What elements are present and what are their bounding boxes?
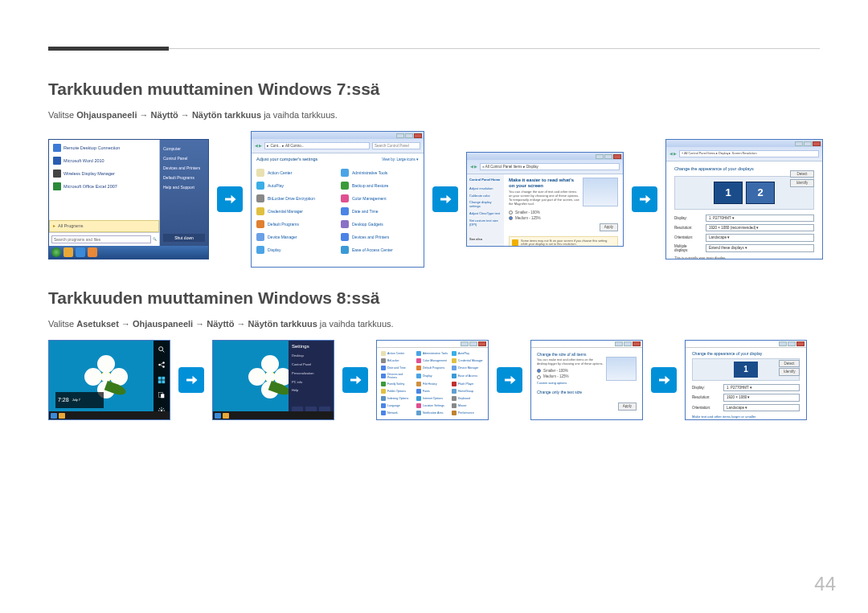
cpanel-item[interactable]: Date and Time — [381, 365, 413, 371]
display-select[interactable]: 1. P2770HMT ▾ — [706, 215, 814, 222]
cpanel-item[interactable]: Device Manager — [452, 365, 484, 371]
close-icon[interactable] — [478, 341, 486, 346]
cpanel-item[interactable]: Indexing Options — [381, 395, 413, 402]
cpanel-item[interactable]: BitLocker — [381, 358, 413, 364]
cpanel-item[interactable]: AutoPlay — [452, 350, 484, 357]
settings-item[interactable]: Personalization — [292, 370, 330, 378]
resolution-select[interactable]: 1920 × 1080 (recommended) ▾ — [706, 224, 814, 231]
detect-button[interactable]: Detect — [790, 170, 814, 178]
start-menu-right-item[interactable]: Control Panel — [163, 153, 205, 163]
size-option[interactable]: Medium - 125% — [537, 374, 604, 379]
cpanel-item[interactable]: Device Manager — [256, 231, 334, 243]
size-option[interactable]: Medium - 125% — [509, 215, 618, 221]
cpanel-item[interactable]: Devices and Printers — [381, 372, 413, 380]
close-icon[interactable] — [796, 341, 805, 346]
resolution-select[interactable]: 1920 × 1080 ▾ — [723, 394, 800, 401]
identify-button[interactable]: Identify — [790, 179, 814, 186]
cpanel-item[interactable]: Notification Area — [416, 410, 448, 416]
cpanel-item[interactable]: Backup and Restore — [341, 180, 419, 191]
address-bar[interactable]: « All Control Panel Items ▸ Display ▸ Sc… — [679, 150, 819, 157]
cpanel-item[interactable]: Performance — [452, 410, 484, 416]
start-search-input[interactable] — [51, 235, 151, 243]
view-by-dropdown[interactable]: View by: Large icons ▾ — [382, 157, 419, 161]
res-link[interactable]: Make text and other items larger or smal… — [692, 414, 800, 419]
custom-sizing-link[interactable]: Custom sizing options — [537, 382, 637, 386]
cpanel-item[interactable]: Flash Player — [452, 381, 484, 387]
close-icon[interactable] — [633, 341, 641, 346]
cpanel-item[interactable]: Administrative Tools — [341, 167, 419, 178]
close-icon[interactable] — [813, 141, 821, 146]
taskbar-explorer-icon[interactable] — [59, 413, 65, 419]
settings-item[interactable]: Control Panel — [292, 361, 330, 370]
side-link[interactable]: Adjust resolution — [469, 186, 502, 193]
cpanel-item[interactable]: Mouse — [452, 403, 484, 409]
taskbar-ie-icon[interactable] — [215, 413, 221, 419]
cpanel-item[interactable]: Ease of Access — [452, 372, 484, 380]
cpanel-item[interactable]: Fonts — [416, 388, 448, 394]
taskbar-ie-icon[interactable] — [51, 413, 57, 419]
cpanel-item[interactable]: BitLocker Drive Encryption — [256, 193, 334, 204]
cpanel-item[interactable]: Action Center — [256, 167, 334, 178]
cpanel-item[interactable]: Default Programs — [416, 365, 448, 371]
taskbar-explorer-icon[interactable] — [223, 413, 229, 419]
monitor-1[interactable]: 1 — [734, 362, 758, 378]
devices-icon[interactable] — [158, 391, 166, 399]
start-menu-item[interactable]: Microsoft Word 2010 — [51, 154, 157, 167]
size-option[interactable]: Smaller - 100% — [537, 368, 604, 374]
cpanel-item[interactable]: Language — [381, 403, 413, 409]
side-link[interactable]: Personalization — [469, 245, 502, 247]
cpanel-item[interactable]: Action Center — [381, 350, 413, 357]
monitor-2[interactable]: 2 — [746, 182, 775, 204]
address-bar[interactable]: « All Control Panel Items ▸ Display — [480, 163, 620, 170]
start-menu-right-item[interactable]: Default Programs — [163, 173, 205, 182]
cpanel-item[interactable]: Credential Manager — [452, 358, 484, 364]
close-icon[interactable] — [613, 154, 621, 159]
display-select[interactable]: 1. P2770HMT ▾ — [723, 384, 800, 391]
taskbar-ie-icon[interactable] — [76, 247, 85, 257]
cpanel-item[interactable]: HomeGroup — [452, 388, 484, 394]
start-menu-right-item[interactable]: Help and Support — [163, 182, 205, 192]
side-link[interactable]: Set custom text size (DPI) — [469, 218, 502, 229]
settings-item[interactable]: Desktop — [292, 352, 330, 361]
cpanel-item[interactable]: Color Management — [416, 358, 448, 364]
cpanel-item[interactable]: Date and Time — [341, 206, 419, 217]
start-all-programs[interactable]: ▸ All Programs — [49, 220, 159, 232]
orientation-select[interactable]: Landscape ▾ — [706, 234, 814, 241]
detect-button[interactable]: Detect — [779, 360, 800, 367]
cpanel-item[interactable]: Color Management — [341, 193, 419, 204]
cpanel-item[interactable]: Display — [256, 244, 334, 255]
close-icon[interactable] — [414, 133, 422, 138]
settings-item[interactable]: Help — [292, 386, 330, 395]
start-menu-right-item[interactable]: Computer — [163, 144, 205, 153]
start-icon[interactable] — [158, 376, 166, 384]
search-box[interactable]: Search Control Panel — [372, 142, 420, 149]
size-option[interactable]: Smaller - 100% — [509, 210, 618, 215]
cpanel-item[interactable]: Display — [416, 372, 448, 380]
share-icon[interactable] — [158, 361, 166, 369]
cpanel-item[interactable]: Credential Manager — [256, 206, 334, 217]
res-link[interactable]: What display settings should I choose? — [692, 419, 800, 420]
start-orb-icon[interactable] — [51, 247, 61, 257]
orientation-select[interactable]: Landscape ▾ — [723, 404, 800, 411]
start-shutdown-button[interactable]: Shut down — [163, 234, 205, 242]
cpanel-item[interactable]: File History — [416, 381, 448, 387]
side-link[interactable]: Calibrate color — [469, 193, 502, 200]
cpanel-item[interactable]: Internet Options — [416, 395, 448, 402]
start-menu-item[interactable]: Wireless Display Manager — [51, 167, 157, 180]
side-link[interactable]: Change display settings — [469, 199, 502, 210]
cpanel-item[interactable]: Desktop Gadgets — [341, 219, 419, 230]
cpanel-item[interactable]: Administrative Tools — [416, 350, 448, 357]
taskbar-wmp-icon[interactable] — [88, 247, 97, 257]
cpanel-item[interactable]: Network — [381, 410, 413, 416]
cpanel-item[interactable]: Devices and Printers — [341, 231, 419, 243]
start-menu-item[interactable]: Remote Desktop Connection — [51, 141, 157, 154]
cpanel-item[interactable]: Default Programs — [256, 219, 334, 230]
cpanel-item[interactable]: Ease of Access Center — [341, 244, 419, 255]
identify-button[interactable]: Identify — [779, 368, 800, 375]
side-link[interactable]: Adjust ClearType text — [469, 210, 502, 218]
cpanel-item[interactable]: Keyboard — [452, 395, 484, 402]
settings-item[interactable]: PC info — [292, 378, 330, 387]
apply-button[interactable]: Apply — [600, 223, 618, 231]
cpanel-item[interactable]: Family Safety — [381, 381, 413, 387]
monitor-1[interactable]: 1 — [714, 182, 743, 204]
